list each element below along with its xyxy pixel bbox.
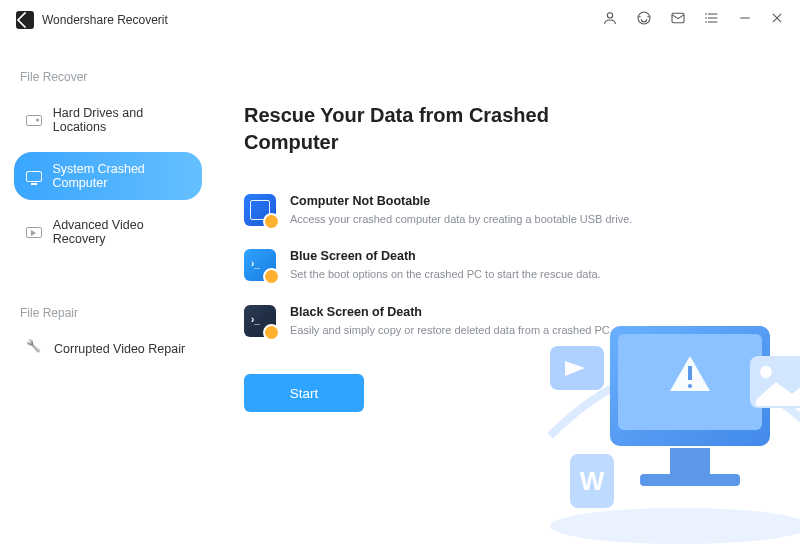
titlebar: Wondershare Recoverit [0,0,800,40]
svg-point-0 [607,13,612,18]
svg-marker-20 [565,361,585,376]
menu-icon[interactable] [704,10,720,30]
brand: Wondershare Recoverit [16,11,168,29]
svg-rect-23 [570,454,614,508]
page-title: Rescue Your Data from Crashed Computer [244,102,604,156]
computer-not-bootable-icon [244,194,276,226]
monitor-icon [26,169,42,183]
account-icon[interactable] [602,10,618,30]
feature-item: ›_ Blue Screen of Death Set the boot opt… [244,249,664,282]
section-label-recover: File Recover [20,70,202,84]
sidebar-item-crashed-computer[interactable]: System Crashed Computer [14,152,202,200]
sidebar-item-hard-drives[interactable]: Hard Drives and Locations [14,96,202,144]
feature-item: ›_ Black Screen of Death Easily and simp… [244,305,664,338]
svg-rect-19 [550,346,604,390]
video-icon [26,225,43,239]
svg-rect-2 [672,13,684,22]
app-logo-icon [16,11,34,29]
feature-desc: Set the boot options on the crashed PC t… [290,267,601,282]
wrench-icon [26,342,44,356]
feature-title: Computer Not Bootable [290,194,632,208]
feature-desc: Access your crashed computer data by cre… [290,212,632,227]
svg-point-7 [706,18,707,19]
section-label-repair: File Repair [20,306,202,320]
svg-rect-14 [618,334,762,430]
feature-list: Computer Not Bootable Access your crashe… [244,194,664,338]
window-controls [602,10,784,30]
sidebar-item-label: Hard Drives and Locations [53,106,190,134]
app-name: Wondershare Recoverit [42,13,168,27]
svg-point-12 [550,508,800,544]
svg-point-17 [688,384,692,388]
minimize-button[interactable] [738,11,752,29]
svg-point-6 [706,14,707,15]
svg-point-22 [760,366,772,378]
sidebar-item-label: Corrupted Video Repair [54,342,185,356]
feature-text: Computer Not Bootable Access your crashe… [290,194,632,227]
feature-title: Blue Screen of Death [290,249,601,263]
sidebar-item-advanced-video[interactable]: Advanced Video Recovery [14,208,202,256]
svg-rect-13 [610,326,770,446]
mail-icon[interactable] [670,10,686,30]
sidebar-item-label: System Crashed Computer [52,162,190,190]
svg-rect-15 [670,448,710,474]
app-shell: File Recover Hard Drives and Locations S… [0,40,800,546]
blue-screen-icon: ›_ [244,249,276,281]
svg-rect-16 [640,474,740,486]
sidebar: File Recover Hard Drives and Locations S… [0,40,210,546]
svg-rect-18 [688,366,692,380]
svg-point-8 [706,22,707,23]
svg-rect-21 [750,356,800,408]
support-icon[interactable] [636,10,652,30]
sidebar-item-corrupted-video[interactable]: Corrupted Video Repair [14,332,202,366]
feature-text: Black Screen of Death Easily and simply … [290,305,613,338]
start-button[interactable]: Start [244,374,364,412]
black-screen-icon: ›_ [244,305,276,337]
feature-text: Blue Screen of Death Set the boot option… [290,249,601,282]
svg-text:W: W [580,466,605,496]
feature-item: Computer Not Bootable Access your crashe… [244,194,664,227]
sidebar-item-label: Advanced Video Recovery [53,218,190,246]
main-content: Rescue Your Data from Crashed Computer C… [210,40,800,546]
feature-desc: Easily and simply copy or restore delete… [290,323,613,338]
close-button[interactable] [770,11,784,29]
feature-title: Black Screen of Death [290,305,613,319]
hard-drive-icon [26,113,43,127]
